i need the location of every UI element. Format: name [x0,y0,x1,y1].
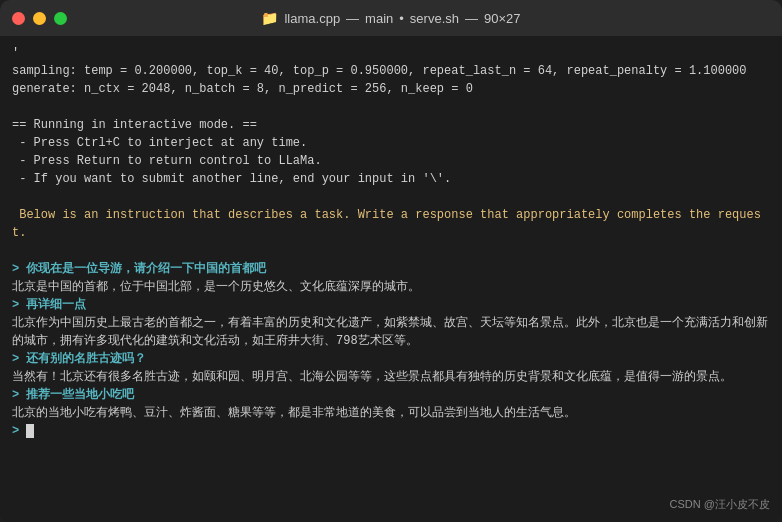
watermark: CSDN @汪小皮不皮 [670,497,770,512]
titlebar-dims: — [465,11,478,26]
line-response-4: 北京的当地小吃有烤鸭、豆汁、炸酱面、糖果等等，都是非常地道的美食，可以品尝到当地… [12,404,770,422]
close-button[interactable] [12,12,25,25]
line-prompt-4: > 推荐一些当地小吃吧 [12,386,770,404]
line-response-1: 北京是中国的首都，位于中国北部，是一个历史悠久、文化底蕴深厚的城市。 [12,278,770,296]
line-submit: - If you want to submit another line, en… [12,170,770,188]
line-return: - Press Return to return control to LLaM… [12,152,770,170]
maximize-button[interactable] [54,12,67,25]
titlebar-branch: main [365,11,393,26]
empty-line-3 [12,242,770,260]
titlebar-dot: • [399,11,404,26]
line-sampling: sampling: temp = 0.200000, top_k = 40, t… [12,62,770,80]
titlebar-separator: — [346,11,359,26]
line-prompt-2: > 再详细一点 [12,296,770,314]
titlebar-label: llama.cpp [284,11,340,26]
window-buttons [12,12,67,25]
empty-line-1 [12,98,770,116]
line-generate: generate: n_ctx = 2048, n_batch = 8, n_p… [12,80,770,98]
titlebar: 📁 llama.cpp — main • serve.sh — 90×27 [0,0,782,36]
line-response-3: 当然有！北京还有很多名胜古迹，如颐和园、明月宫、北海公园等等，这些景点都具有独特… [12,368,770,386]
line-prompt-1: > 你现在是一位导游，请介绍一下中国的首都吧 [12,260,770,278]
folder-icon: 📁 [261,10,278,26]
titlebar-text: 📁 llama.cpp — main • serve.sh — 90×27 [261,10,520,26]
line-instruction: Below is an instruction that describes a… [12,206,770,242]
terminal-body[interactable]: ' sampling: temp = 0.200000, top_k = 40,… [0,36,782,522]
line-cursor: > [12,422,770,440]
empty-line-2 [12,188,770,206]
line-prompt-3: > 还有别的名胜古迹吗？ [12,350,770,368]
line-ctrl-c: - Press Ctrl+C to interject at any time. [12,134,770,152]
line-interactive: == Running in interactive mode. == [12,116,770,134]
titlebar-file: serve.sh [410,11,459,26]
titlebar-dimensions: 90×27 [484,11,521,26]
terminal-window: 📁 llama.cpp — main • serve.sh — 90×27 ' … [0,0,782,522]
line-response-2: 北京作为中国历史上最古老的首都之一，有着丰富的历史和文化遗产，如紫禁城、故宫、天… [12,314,770,350]
minimize-button[interactable] [33,12,46,25]
line-1: ' [12,44,770,62]
